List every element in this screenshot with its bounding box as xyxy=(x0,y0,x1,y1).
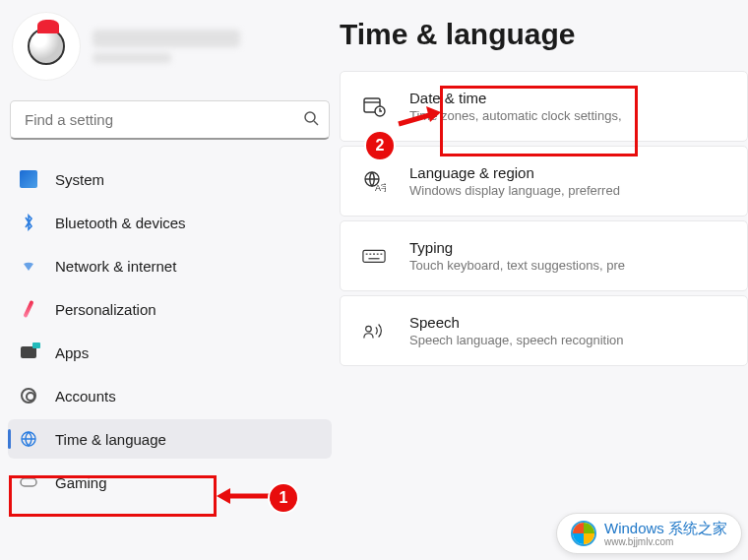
settings-card-list: Date & time Time zones, automatic clock … xyxy=(340,71,748,366)
sidebar: System Bluetooth & devices Network & int… xyxy=(0,0,340,510)
sidebar-item-personalization[interactable]: Personalization xyxy=(8,289,332,329)
svg-line-1 xyxy=(314,121,318,125)
card-title: Typing xyxy=(409,239,625,256)
search-icon xyxy=(303,110,319,130)
search-box[interactable] xyxy=(10,100,330,140)
card-typing[interactable]: Typing Touch keyboard, text suggestions,… xyxy=(340,220,748,291)
bluetooth-icon xyxy=(20,214,37,231)
sidebar-item-label: Bluetooth & devices xyxy=(55,215,186,231)
apps-icon xyxy=(20,343,37,361)
sidebar-item-label: Gaming xyxy=(55,474,107,491)
card-date-time[interactable]: Date & time Time zones, automatic clock … xyxy=(340,71,748,142)
svg-rect-9 xyxy=(363,250,385,262)
sidebar-item-network[interactable]: Network & internet xyxy=(8,246,332,285)
sidebar-item-gaming[interactable]: Gaming xyxy=(8,463,332,502)
sidebar-item-label: Accounts xyxy=(55,388,116,404)
sidebar-item-label: Personalization xyxy=(55,301,156,318)
calendar-clock-icon xyxy=(362,95,386,117)
watermark: Windows 系统之家 www.bjjmlv.com xyxy=(556,513,742,554)
card-title: Date & time xyxy=(409,90,622,106)
card-speech[interactable]: Speech Speech language, speech recogniti… xyxy=(340,295,748,366)
profile-header[interactable] xyxy=(8,8,332,93)
page-title: Time & language xyxy=(340,10,748,71)
card-subtitle: Time zones, automatic clock settings, xyxy=(409,108,622,123)
sidebar-item-label: Apps xyxy=(55,344,89,361)
nav-list: System Bluetooth & devices Network & int… xyxy=(8,159,332,502)
card-title: Language & region xyxy=(409,164,620,181)
person-icon xyxy=(20,387,37,404)
wifi-icon xyxy=(20,257,37,275)
brush-icon xyxy=(20,300,37,318)
svg-point-0 xyxy=(305,112,315,122)
sidebar-item-label: Time & language xyxy=(55,431,166,448)
avatar[interactable] xyxy=(12,12,81,81)
sidebar-item-accounts[interactable]: Accounts xyxy=(8,376,332,415)
speech-icon xyxy=(362,321,386,341)
sidebar-item-bluetooth[interactable]: Bluetooth & devices xyxy=(8,203,332,242)
card-subtitle: Speech language, speech recognition xyxy=(409,333,624,347)
sidebar-item-system[interactable]: System xyxy=(8,159,332,199)
keyboard-icon xyxy=(362,247,386,265)
system-icon xyxy=(20,170,37,188)
sidebar-item-apps[interactable]: Apps xyxy=(8,333,332,372)
card-title: Speech xyxy=(409,314,624,331)
globe-language-icon: A字 xyxy=(362,170,386,192)
card-subtitle: Windows display language, preferred xyxy=(409,183,620,198)
gamepad-icon xyxy=(20,473,37,491)
svg-point-16 xyxy=(366,326,372,332)
card-language-region[interactable]: A字 Language & region Windows display lan… xyxy=(340,146,748,217)
sidebar-item-label: Network & internet xyxy=(55,258,176,275)
card-subtitle: Touch keyboard, text suggestions, pre xyxy=(409,258,625,273)
windows-logo-icon xyxy=(571,521,596,546)
globe-clock-icon xyxy=(20,430,37,448)
svg-rect-3 xyxy=(21,478,36,486)
search-input[interactable] xyxy=(25,111,303,128)
sidebar-item-label: System xyxy=(55,171,104,188)
sidebar-item-time-language[interactable]: Time & language xyxy=(8,419,332,459)
main-content: Time & language Date & time Time zones, … xyxy=(340,0,748,510)
user-info-redacted xyxy=(93,30,240,63)
svg-text:A字: A字 xyxy=(375,183,386,192)
